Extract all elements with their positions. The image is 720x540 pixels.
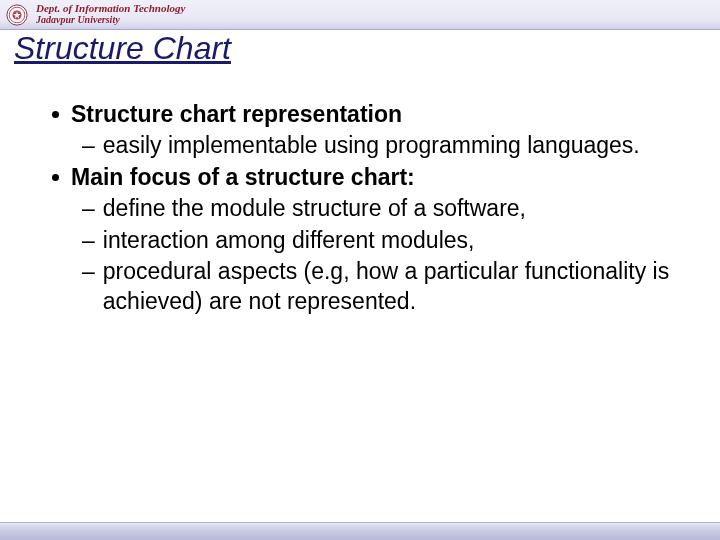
sub-item: – procedural aspects (e.g, how a particu… xyxy=(52,257,680,316)
footer-band xyxy=(0,522,720,540)
bullet-label: Structure chart representation xyxy=(71,100,402,129)
dash-icon: – xyxy=(82,226,95,255)
bullet-item: Main focus of a structure chart: xyxy=(52,163,680,192)
dash-icon: – xyxy=(82,131,95,160)
sub-text: interaction among different modules, xyxy=(103,226,475,255)
bullet-item: Structure chart representation xyxy=(52,100,680,129)
slide-content: Structure chart representation – easily … xyxy=(52,100,680,318)
bullet-dot-icon xyxy=(52,174,59,181)
dept-line-2: Jadavpur University xyxy=(36,15,185,26)
university-seal-icon xyxy=(6,4,28,26)
dept-text-block: Dept. of Information Technology Jadavpur… xyxy=(36,3,185,25)
sub-text: define the module structure of a softwar… xyxy=(103,194,526,223)
bullet-dot-icon xyxy=(52,111,59,118)
slide-title: Structure Chart xyxy=(14,30,231,67)
sub-item: – interaction among different modules, xyxy=(52,226,680,255)
sub-item: – easily implementable using programming… xyxy=(52,131,680,160)
sub-item: – define the module structure of a softw… xyxy=(52,194,680,223)
sub-text: procedural aspects (e.g, how a particula… xyxy=(103,257,680,316)
sub-text: easily implementable using programming l… xyxy=(103,131,640,160)
dash-icon: – xyxy=(82,257,95,286)
dash-icon: – xyxy=(82,194,95,223)
header-band: Dept. of Information Technology Jadavpur… xyxy=(0,0,720,30)
bullet-label: Main focus of a structure chart: xyxy=(71,163,415,192)
